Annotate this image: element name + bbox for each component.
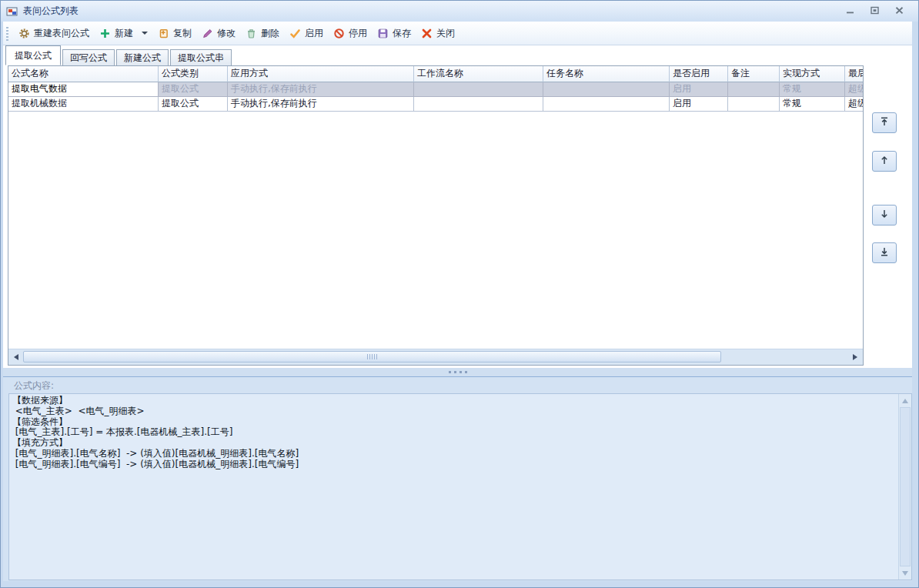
close-button[interactable]: 关闭 <box>421 27 455 40</box>
move-up-icon <box>879 155 890 168</box>
column-header[interactable]: 公式名称 <box>8 66 159 82</box>
move-down-icon <box>879 209 890 222</box>
copy-button[interactable]: 复制 <box>158 27 192 40</box>
column-header[interactable]: 任务名称 <box>543 66 670 82</box>
minimize-button[interactable] <box>840 5 860 18</box>
table-cell[interactable]: 常规 <box>780 97 845 112</box>
formula-table: 公式名称 公式类别 应用方式 工作流名称 任务名称 是否启用 备注 实现方式 最… <box>8 65 864 366</box>
table-header: 公式名称 公式类别 应用方式 工作流名称 任务名称 是否启用 备注 实现方式 最… <box>8 66 863 82</box>
scroll-down-button[interactable] <box>900 567 911 579</box>
table-cell[interactable] <box>414 82 543 97</box>
horizontal-scrollbar[interactable] <box>8 349 863 365</box>
window-title: 表间公式列表 <box>23 5 79 18</box>
table-row[interactable]: 提取机械数据 提取公式 手动执行,保存前执行 启用 常规 超级 <box>8 97 863 112</box>
formula-content-box[interactable]: 【数据来源】 <电气_主表> <电气_明细表> 【筛选条件】 [电气_主表].[… <box>8 393 912 580</box>
close-icon <box>421 28 433 39</box>
splitter-dot-icon <box>454 371 456 373</box>
new-dropdown-arrow-icon[interactable] <box>142 32 148 35</box>
close-icon <box>894 5 904 18</box>
table-cell[interactable] <box>728 82 780 97</box>
app-window: 表间公式列表 重建表间公式 <box>0 0 919 588</box>
copy-icon <box>158 28 169 39</box>
modify-button[interactable]: 修改 <box>202 27 236 40</box>
toolbar: 重建表间公式 新建 复制 修改 删除 <box>3 22 912 45</box>
horizontal-scrollbar-thumb[interactable] <box>23 351 721 362</box>
modify-label: 修改 <box>217 27 236 40</box>
column-header[interactable]: 是否启用 <box>670 66 728 82</box>
maximize-button[interactable] <box>864 5 884 18</box>
scroll-up-button[interactable] <box>900 395 911 406</box>
minimize-icon <box>845 5 855 18</box>
block-icon <box>333 28 345 39</box>
check-icon <box>289 28 301 39</box>
table-row[interactable]: 提取电气数据 提取公式 手动执行,保存前执行 启用 常规 超级 <box>8 82 863 97</box>
delete-label: 删除 <box>261 27 279 40</box>
move-bottom-icon <box>879 246 890 259</box>
tabstrip: 提取公式 回写公式 新建公式 提取公式串 <box>5 45 233 65</box>
column-header[interactable]: 工作流名称 <box>414 66 543 82</box>
table-cell[interactable]: 手动执行,保存前执行 <box>228 97 414 112</box>
splitter-grip[interactable] <box>3 368 912 377</box>
table-cell[interactable] <box>414 97 543 112</box>
save-label: 保存 <box>393 27 411 40</box>
scroll-left-icon <box>14 354 18 360</box>
disable-button[interactable]: 停用 <box>333 27 367 40</box>
toolbar-grip[interactable] <box>6 25 8 41</box>
splitter-dot-icon <box>449 371 451 373</box>
upper-panel: 提取公式 回写公式 新建公式 提取公式串 公式名称 公式类别 应用方式 工作流名… <box>3 45 912 366</box>
splitter-dot-icon <box>465 371 467 373</box>
move-down-button[interactable] <box>872 205 897 226</box>
tab-extract-formula-chain[interactable]: 提取公式串 <box>170 49 232 65</box>
column-header[interactable]: 应用方式 <box>228 66 414 82</box>
titlebar[interactable]: 表间公式列表 <box>1 1 918 22</box>
table-cell[interactable]: 启用 <box>670 97 728 112</box>
table-cell[interactable] <box>543 82 670 97</box>
move-top-icon <box>879 116 890 129</box>
new-label: 新建 <box>115 27 133 40</box>
rebuild-formulas-button[interactable]: 重建表间公式 <box>18 27 89 40</box>
move-bottom-button[interactable] <box>872 242 897 263</box>
table-cell[interactable]: 提取公式 <box>159 97 228 112</box>
scroll-left-button[interactable] <box>10 351 22 363</box>
tab-new-formula[interactable]: 新建公式 <box>116 49 169 65</box>
enable-label: 启用 <box>305 27 323 40</box>
formula-content-text: 【数据来源】 <电气_主表> <电气_明细表> 【筛选条件】 [电气_主表].[… <box>9 394 911 472</box>
move-up-button[interactable] <box>872 151 897 172</box>
table-cell[interactable] <box>543 97 670 112</box>
app-icon <box>6 5 18 18</box>
formula-content-panel: 公式内容: 【数据来源】 <电气_主表> <电气_明细表> 【筛选条件】 [电气… <box>3 377 912 581</box>
table-cell[interactable]: 提取电气数据 <box>8 82 159 97</box>
close-label: 关闭 <box>436 27 455 40</box>
window-close-button[interactable] <box>889 5 909 18</box>
table-cell[interactable]: 提取机械数据 <box>8 97 159 112</box>
tab-writeback-formula[interactable]: 回写公式 <box>62 49 115 65</box>
scroll-up-icon <box>902 399 908 403</box>
table-cell[interactable] <box>728 97 780 112</box>
scroll-right-button[interactable] <box>849 351 861 363</box>
table-cell[interactable]: 启用 <box>670 82 728 97</box>
save-button[interactable]: 保存 <box>377 27 411 40</box>
rebuild-formulas-label: 重建表间公式 <box>34 27 89 40</box>
scroll-right-icon <box>853 354 857 360</box>
column-header[interactable]: 公式类别 <box>159 66 228 82</box>
enable-button[interactable]: 启用 <box>289 27 323 40</box>
column-header[interactable]: 实现方式 <box>780 66 845 82</box>
column-header[interactable]: 最后 <box>845 66 863 82</box>
column-header[interactable]: 备注 <box>728 66 780 82</box>
table-cell[interactable]: 超级 <box>845 82 863 97</box>
table-cell[interactable]: 手动执行,保存前执行 <box>228 82 414 97</box>
vertical-scrollbar[interactable] <box>898 394 911 580</box>
new-button[interactable]: 新建 <box>99 27 148 40</box>
scrollbar-grip-icon <box>367 354 377 359</box>
scroll-down-icon <box>902 571 908 576</box>
gear-icon <box>18 28 30 39</box>
horizontal-splitter[interactable] <box>3 366 912 377</box>
delete-button[interactable]: 删除 <box>246 27 279 40</box>
plus-icon <box>99 28 111 39</box>
tab-extract-formula[interactable]: 提取公式 <box>5 45 61 65</box>
vertical-scrollbar-thumb[interactable] <box>900 407 911 566</box>
table-cell[interactable]: 常规 <box>780 82 845 97</box>
move-top-button[interactable] <box>872 112 897 133</box>
table-cell[interactable]: 超级 <box>845 97 863 112</box>
table-cell[interactable]: 提取公式 <box>159 82 228 97</box>
